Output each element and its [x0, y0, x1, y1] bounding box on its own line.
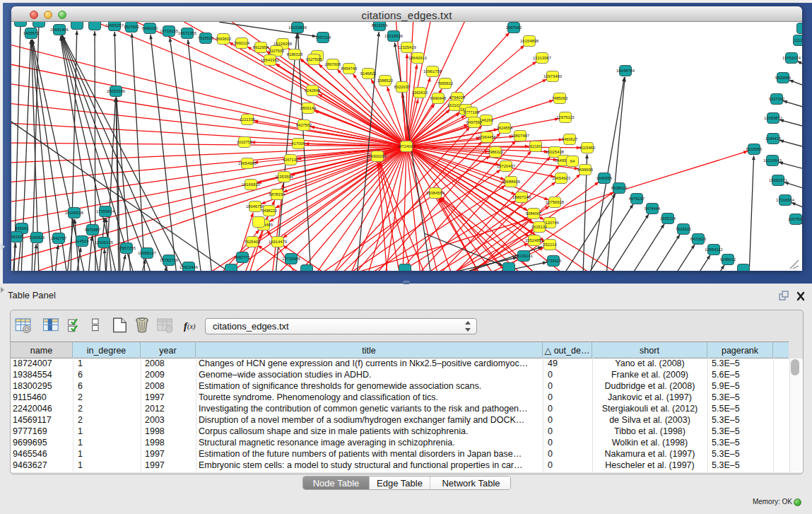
- svg-text:18724007: 18724007: [397, 144, 416, 148]
- svg-text:9699695: 9699695: [577, 168, 594, 172]
- svg-text:20364456: 20364456: [478, 135, 496, 139]
- svg-text:17016504: 17016504: [776, 198, 795, 202]
- svg-text:9245612: 9245612: [720, 257, 736, 262]
- svg-text:7357224: 7357224: [315, 35, 331, 40]
- svg-text:12923446: 12923446: [180, 265, 198, 269]
- svg-text:9227342: 9227342: [769, 97, 785, 101]
- svg-text:10719155: 10719155: [160, 29, 178, 33]
- svg-text:20206538: 20206538: [65, 211, 83, 215]
- svg-text:16154808: 16154808: [520, 39, 539, 43]
- svg-text:1221336: 1221336: [240, 117, 256, 122]
- svg-text:19384554: 19384554: [426, 191, 445, 195]
- svg-text:2687682: 2687682: [506, 25, 522, 30]
- svg-text:9242848: 9242848: [305, 88, 321, 93]
- svg-text:9115460: 9115460: [579, 146, 595, 150]
- svg-text:7625402: 7625402: [245, 240, 261, 244]
- svg-text:6679197: 6679197: [629, 197, 645, 201]
- svg-text:5878334: 5878334: [269, 192, 286, 197]
- svg-text:7485063: 7485063: [552, 96, 568, 100]
- svg-text:8186328: 8186328: [287, 52, 303, 57]
- svg-text:8454749: 8454749: [341, 66, 358, 71]
- svg-text:16648784: 16648784: [616, 69, 635, 73]
- svg-text:12093872: 12093872: [764, 116, 782, 120]
- svg-text:13720407: 13720407: [497, 164, 515, 168]
- svg-text:1362615: 1362615: [412, 90, 428, 95]
- svg-text:1588520: 1588520: [377, 78, 394, 83]
- svg-text:3660124: 3660124: [234, 41, 250, 45]
- svg-text:18640910: 18640910: [408, 56, 427, 60]
- svg-text:16543362: 16543362: [261, 58, 279, 62]
- svg-text:6794028: 6794028: [449, 95, 466, 100]
- svg-text:10655267: 10655267: [105, 23, 124, 28]
- svg-text:8912954: 8912954: [253, 45, 269, 49]
- svg-text:8471626: 8471626: [690, 237, 707, 241]
- svg-text:1405571: 1405571: [23, 31, 40, 35]
- svg-text:1010755: 1010755: [237, 140, 253, 144]
- svg-text:9146821: 9146821: [360, 71, 377, 76]
- svg-text:7955812: 7955812: [437, 81, 454, 86]
- svg-text:15692971: 15692971: [769, 178, 787, 182]
- svg-text:11325419: 11325419: [398, 45, 416, 49]
- svg-text:10756928: 10756928: [546, 200, 564, 204]
- svg-text:1527602: 1527602: [124, 25, 140, 29]
- svg-text:9474444: 9474444: [645, 206, 661, 211]
- svg-text:3624554: 3624554: [497, 126, 513, 130]
- svg-text:9777169: 9777169: [464, 110, 480, 115]
- svg-text:1640956: 1640956: [596, 176, 613, 180]
- svg-text:6497568: 6497568: [466, 120, 483, 124]
- svg-text:19218506: 19218506: [384, 34, 403, 38]
- svg-text:417006: 417006: [291, 141, 305, 146]
- svg-text:16210643: 16210643: [763, 158, 782, 163]
- svg-text:1244415: 1244415: [765, 136, 782, 141]
- svg-text:12213967: 12213967: [533, 56, 551, 60]
- svg-text:64: 64: [570, 159, 575, 163]
- svg-text:11120: 11120: [794, 38, 802, 42]
- svg-text:6466160: 6466160: [142, 26, 158, 30]
- svg-text:9975887: 9975887: [85, 228, 101, 232]
- svg-text:2935114: 2935114: [660, 216, 676, 221]
- svg-text:19166825: 19166825: [242, 182, 260, 187]
- svg-text:16914479: 16914479: [269, 240, 287, 244]
- svg-text:12505135: 12505135: [95, 240, 113, 245]
- svg-text:8215956: 8215956: [746, 147, 763, 151]
- svg-text:2942757: 2942757: [51, 236, 67, 240]
- svg-text:14136141: 14136141: [514, 254, 533, 258]
- svg-text:6990448: 6990448: [430, 96, 447, 100]
- svg-text:7663822: 7663822: [216, 37, 232, 41]
- svg-text:9084067: 9084067: [526, 211, 542, 216]
- svg-text:16671355: 16671355: [178, 31, 196, 35]
- svg-text:15524851: 15524851: [525, 238, 543, 243]
- svg-text:1733426: 1733426: [546, 259, 562, 263]
- svg-text:(x): (x): [187, 322, 196, 331]
- svg-text:12975115: 12975115: [556, 115, 574, 119]
- svg-text:7632621: 7632621: [676, 227, 692, 231]
- svg-text:1167533: 1167533: [788, 217, 802, 221]
- svg-text:39159: 39159: [11, 235, 22, 239]
- svg-text:9327508: 9327508: [306, 57, 322, 62]
- svg-text:9327505: 9327505: [269, 49, 285, 53]
- svg-text:8938923: 8938923: [611, 186, 628, 190]
- svg-text:3267130: 3267130: [283, 158, 299, 162]
- svg-text:2803144: 2803144: [300, 106, 317, 110]
- svg-text:1615132: 1615132: [531, 225, 548, 229]
- svg-text:19654923: 19654923: [552, 176, 570, 180]
- svg-text:10654112: 10654112: [705, 247, 722, 252]
- svg-text:7986322: 7986322: [488, 150, 504, 154]
- svg-text:17957255: 17957255: [117, 246, 136, 250]
- svg-text:8322037: 8322037: [394, 85, 411, 89]
- svg-text:1156829: 1156829: [29, 235, 45, 240]
- svg-text:10961758: 10961758: [423, 69, 442, 74]
- svg-text:16782759: 16782759: [160, 258, 178, 262]
- svg-text:17359924: 17359924: [96, 209, 115, 214]
- svg-text:114519: 114519: [76, 239, 89, 243]
- svg-text:11353594: 11353594: [275, 175, 293, 179]
- svg-text:10958107: 10958107: [138, 251, 156, 255]
- svg-text:9829966: 9829966: [775, 76, 792, 80]
- svg-text:28053346: 28053346: [107, 89, 125, 93]
- svg-text:252214: 252214: [543, 243, 557, 247]
- svg-text:8427552: 8427552: [296, 123, 312, 127]
- svg-text:10025438: 10025438: [546, 150, 564, 154]
- svg-text:13716485: 13716485: [282, 257, 300, 261]
- svg-text:10807487: 10807487: [511, 134, 529, 138]
- svg-text:9457771: 9457771: [235, 255, 251, 259]
